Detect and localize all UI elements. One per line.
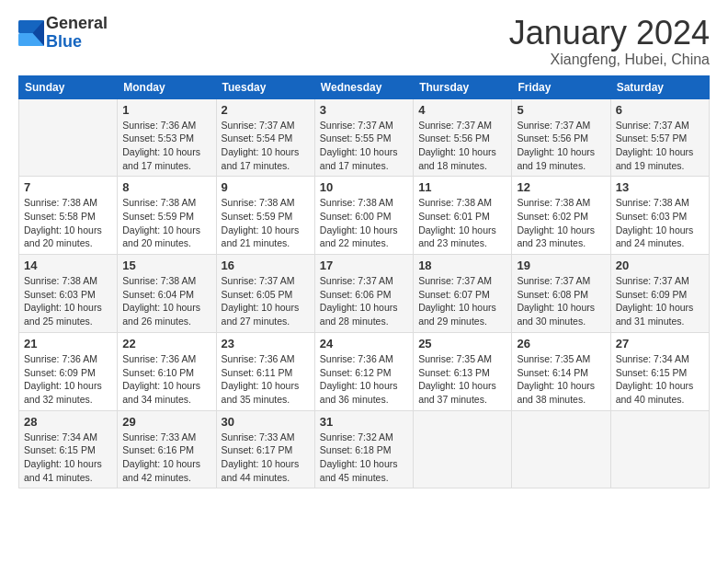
day-cell: [610, 410, 709, 488]
week-row-3: 14Sunrise: 7:38 AM Sunset: 6:03 PM Dayli…: [19, 255, 710, 333]
day-cell: 26Sunrise: 7:35 AM Sunset: 6:14 PM Dayli…: [512, 332, 610, 410]
day-number: 14: [24, 259, 112, 272]
day-number: 10: [320, 180, 408, 194]
day-number: 30: [222, 415, 310, 429]
header: General Blue January 2024 Xiangfeng, Hub…: [18, 15, 710, 68]
col-header-friday: Friday: [512, 75, 610, 98]
page-title: January 2024: [509, 15, 710, 52]
day-info: Sunrise: 7:38 AM Sunset: 6:02 PM Dayligh…: [517, 196, 605, 250]
day-cell: 17Sunrise: 7:37 AM Sunset: 6:06 PM Dayli…: [314, 255, 413, 333]
day-number: 23: [222, 337, 310, 350]
day-cell: 15Sunrise: 7:38 AM Sunset: 6:04 PM Dayli…: [118, 255, 216, 333]
day-number: 5: [517, 103, 605, 117]
col-header-monday: Monday: [118, 75, 216, 98]
day-cell: 27Sunrise: 7:34 AM Sunset: 6:15 PM Dayli…: [610, 332, 709, 410]
day-cell: 3Sunrise: 7:37 AM Sunset: 5:55 PM Daylig…: [314, 98, 413, 177]
day-cell: 2Sunrise: 7:37 AM Sunset: 5:54 PM Daylig…: [216, 98, 314, 177]
col-header-tuesday: Tuesday: [216, 75, 314, 98]
day-number: 29: [122, 415, 210, 429]
day-cell: 4Sunrise: 7:37 AM Sunset: 5:56 PM Daylig…: [414, 98, 512, 177]
day-info: Sunrise: 7:37 AM Sunset: 5:55 PM Dayligh…: [320, 119, 408, 173]
day-info: Sunrise: 7:38 AM Sunset: 5:59 PM Dayligh…: [222, 196, 310, 250]
day-info: Sunrise: 7:33 AM Sunset: 6:16 PM Dayligh…: [122, 431, 210, 485]
day-number: 21: [24, 337, 112, 350]
day-number: 8: [122, 180, 210, 194]
day-cell: 23Sunrise: 7:36 AM Sunset: 6:11 PM Dayli…: [216, 332, 314, 410]
logo-line1: General: [46, 15, 108, 33]
day-info: Sunrise: 7:36 AM Sunset: 6:11 PM Dayligh…: [222, 352, 310, 407]
day-info: Sunrise: 7:38 AM Sunset: 5:59 PM Dayligh…: [122, 196, 210, 250]
day-number: 18: [418, 259, 506, 272]
day-number: 20: [616, 259, 704, 272]
day-info: Sunrise: 7:37 AM Sunset: 5:54 PM Dayligh…: [222, 119, 310, 173]
day-number: 25: [418, 337, 506, 350]
day-info: Sunrise: 7:35 AM Sunset: 6:13 PM Dayligh…: [418, 352, 506, 407]
day-cell: [414, 410, 512, 488]
day-info: Sunrise: 7:38 AM Sunset: 6:03 PM Dayligh…: [24, 274, 112, 328]
day-info: Sunrise: 7:34 AM Sunset: 6:15 PM Dayligh…: [24, 431, 112, 485]
day-info: Sunrise: 7:36 AM Sunset: 5:53 PM Dayligh…: [122, 119, 210, 173]
day-number: 17: [320, 259, 408, 272]
day-number: 27: [616, 337, 704, 350]
day-cell: 10Sunrise: 7:38 AM Sunset: 6:00 PM Dayli…: [314, 177, 413, 255]
day-info: Sunrise: 7:38 AM Sunset: 6:04 PM Dayligh…: [122, 274, 210, 328]
day-cell: 19Sunrise: 7:37 AM Sunset: 6:08 PM Dayli…: [512, 255, 610, 333]
day-cell: 30Sunrise: 7:33 AM Sunset: 6:17 PM Dayli…: [216, 410, 314, 488]
header-row: SundayMondayTuesdayWednesdayThursdayFrid…: [19, 75, 710, 98]
day-number: 6: [616, 103, 704, 117]
day-cell: 6Sunrise: 7:37 AM Sunset: 5:57 PM Daylig…: [610, 98, 709, 177]
week-row-2: 7Sunrise: 7:38 AM Sunset: 5:58 PM Daylig…: [19, 177, 710, 255]
day-number: 4: [418, 103, 506, 117]
day-number: 9: [222, 180, 310, 194]
calendar-table: SundayMondayTuesdayWednesdayThursdayFrid…: [18, 75, 710, 489]
day-number: 7: [24, 180, 112, 194]
day-info: Sunrise: 7:33 AM Sunset: 6:17 PM Dayligh…: [222, 431, 310, 485]
day-info: Sunrise: 7:37 AM Sunset: 5:56 PM Dayligh…: [517, 119, 605, 173]
day-info: Sunrise: 7:37 AM Sunset: 6:06 PM Dayligh…: [320, 274, 408, 328]
day-number: 24: [320, 337, 408, 350]
logo-line2: Blue: [46, 33, 108, 52]
week-row-4: 21Sunrise: 7:36 AM Sunset: 6:09 PM Dayli…: [19, 332, 710, 410]
day-number: 19: [517, 259, 605, 272]
day-number: 15: [122, 259, 210, 272]
day-cell: 1Sunrise: 7:36 AM Sunset: 5:53 PM Daylig…: [118, 98, 216, 177]
day-info: Sunrise: 7:37 AM Sunset: 6:09 PM Dayligh…: [616, 274, 704, 328]
page: General Blue January 2024 Xiangfeng, Hub…: [0, 0, 728, 498]
day-number: 28: [24, 415, 112, 429]
page-subtitle: Xiangfeng, Hubei, China: [509, 52, 710, 68]
col-header-saturday: Saturday: [610, 75, 709, 98]
day-info: Sunrise: 7:37 AM Sunset: 5:56 PM Dayligh…: [418, 119, 506, 173]
day-number: 16: [222, 259, 310, 272]
day-number: 11: [418, 180, 506, 194]
day-cell: 14Sunrise: 7:38 AM Sunset: 6:03 PM Dayli…: [19, 255, 118, 333]
day-number: 22: [122, 337, 210, 350]
day-number: 3: [320, 103, 408, 117]
day-cell: 21Sunrise: 7:36 AM Sunset: 6:09 PM Dayli…: [19, 332, 118, 410]
logo: General Blue: [18, 15, 108, 52]
day-cell: 28Sunrise: 7:34 AM Sunset: 6:15 PM Dayli…: [19, 410, 118, 488]
day-info: Sunrise: 7:37 AM Sunset: 6:05 PM Dayligh…: [222, 274, 310, 328]
day-info: Sunrise: 7:37 AM Sunset: 5:57 PM Dayligh…: [616, 119, 704, 173]
day-number: 13: [616, 180, 704, 194]
day-info: Sunrise: 7:34 AM Sunset: 6:15 PM Dayligh…: [616, 352, 704, 407]
day-info: Sunrise: 7:38 AM Sunset: 6:03 PM Dayligh…: [616, 196, 704, 250]
day-cell: 24Sunrise: 7:36 AM Sunset: 6:12 PM Dayli…: [314, 332, 413, 410]
day-info: Sunrise: 7:36 AM Sunset: 6:10 PM Dayligh…: [122, 352, 210, 407]
day-cell: 16Sunrise: 7:37 AM Sunset: 6:05 PM Dayli…: [216, 255, 314, 333]
day-cell: [512, 410, 610, 488]
week-row-1: 1Sunrise: 7:36 AM Sunset: 5:53 PM Daylig…: [19, 98, 710, 177]
day-number: 31: [320, 415, 408, 429]
day-number: 26: [517, 337, 605, 350]
day-number: 1: [122, 103, 210, 117]
day-cell: 13Sunrise: 7:38 AM Sunset: 6:03 PM Dayli…: [610, 177, 709, 255]
day-cell: 9Sunrise: 7:38 AM Sunset: 5:59 PM Daylig…: [216, 177, 314, 255]
day-cell: 29Sunrise: 7:33 AM Sunset: 6:16 PM Dayli…: [118, 410, 216, 488]
day-cell: 22Sunrise: 7:36 AM Sunset: 6:10 PM Dayli…: [118, 332, 216, 410]
day-info: Sunrise: 7:37 AM Sunset: 6:08 PM Dayligh…: [517, 274, 605, 328]
day-cell: 5Sunrise: 7:37 AM Sunset: 5:56 PM Daylig…: [512, 98, 610, 177]
day-info: Sunrise: 7:38 AM Sunset: 5:58 PM Dayligh…: [24, 196, 112, 250]
day-number: 2: [222, 103, 310, 117]
day-cell: [19, 98, 118, 177]
day-info: Sunrise: 7:36 AM Sunset: 6:09 PM Dayligh…: [24, 352, 112, 407]
day-info: Sunrise: 7:32 AM Sunset: 6:18 PM Dayligh…: [320, 431, 408, 485]
